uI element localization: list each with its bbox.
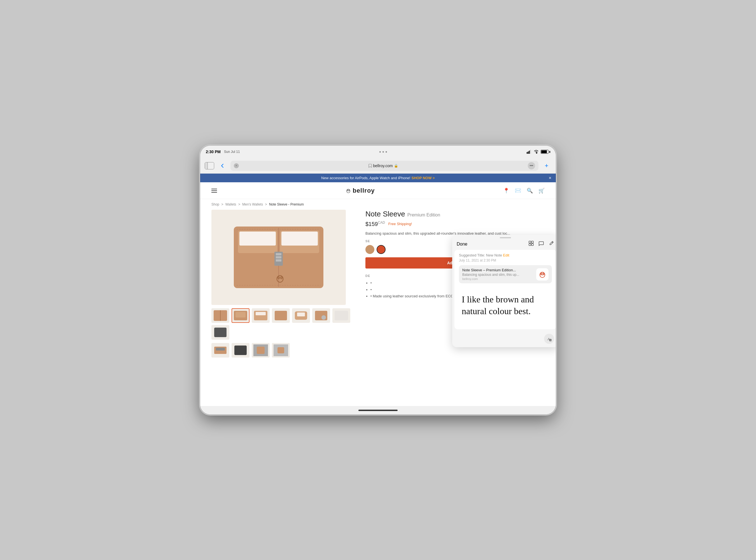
svg-point-36: [321, 315, 326, 320]
thumb-3[interactable]: [252, 308, 270, 323]
svg-rect-3: [530, 150, 531, 154]
svg-rect-32: [275, 311, 287, 320]
color-swatch-tan[interactable]: [365, 245, 374, 254]
svg-rect-18: [276, 259, 281, 261]
thumb-7[interactable]: [332, 308, 350, 323]
price-currency: CAD: [378, 221, 385, 224]
cart-icon[interactable]: 🛒: [538, 187, 544, 194]
svg-rect-31: [256, 312, 266, 315]
bellroy-preview-icon: [538, 270, 547, 279]
breadcrumb-sep-3: >: [265, 202, 268, 206]
thumb-2[interactable]: [232, 308, 250, 323]
price-row: $159CAD Free Shipping!: [365, 221, 550, 227]
status-bar: 2:30 PM Sun Jul 11: [200, 146, 556, 158]
svg-text:→: →: [550, 339, 552, 341]
breadcrumb-mens-wallets[interactable]: Men's Wallets: [242, 202, 263, 206]
note-preview-icon: [536, 268, 549, 281]
thumb-6[interactable]: [312, 308, 330, 323]
search-icon[interactable]: 🔍: [527, 187, 533, 194]
handwriting-area[interactable]: I like the brown and natural colour best…: [459, 287, 552, 326]
svg-rect-46: [529, 241, 531, 243]
url-bar[interactable]: × bellroy.com 🔒 •••: [231, 161, 538, 171]
notes-grid-icon[interactable]: [529, 241, 534, 247]
svg-rect-47: [532, 241, 533, 243]
notes-done-button[interactable]: Done: [457, 242, 467, 247]
new-tab-label: +: [545, 162, 549, 169]
notes-popup: Done: [452, 235, 556, 347]
product-title-row: Note Sleeve Premium Edition: [365, 210, 550, 218]
hamburger-menu-button[interactable]: [212, 189, 217, 193]
note-preview-title: Note Sleeve – Premium Edition...: [462, 268, 533, 272]
svg-point-54: [541, 274, 542, 274]
thumb-9[interactable]: [212, 343, 229, 358]
main-product-image: [212, 210, 346, 305]
breadcrumb-sep-1: >: [221, 202, 224, 206]
site-logo[interactable]: bellroy: [345, 187, 375, 194]
drag-bar: [500, 237, 511, 238]
notes-content-area: Suggested Title: New Note Edit July 11, …: [454, 250, 556, 329]
mail-icon[interactable]: ✉️: [515, 187, 521, 194]
color-swatch-orange[interactable]: [377, 245, 385, 254]
breadcrumb-wallets[interactable]: Wallets: [225, 202, 236, 206]
sidebar-toggle-button[interactable]: [205, 162, 214, 169]
svg-rect-29: [236, 312, 245, 318]
product-edition: Premium Edition: [407, 213, 440, 218]
svg-text:natural colour best.: natural colour best.: [462, 306, 531, 316]
location-icon[interactable]: 📍: [503, 187, 509, 194]
suggested-title-text: Suggested Title: New Note: [459, 253, 502, 257]
thumb-12[interactable]: [272, 343, 290, 358]
svg-rect-0: [527, 152, 528, 154]
url-close-button[interactable]: ×: [234, 163, 239, 168]
close-x-icon: ×: [236, 164, 237, 167]
svg-point-22: [278, 277, 279, 278]
home-bar: [358, 409, 398, 411]
free-shipping-label[interactable]: Free Shipping!: [389, 222, 412, 226]
bellroy-owl-logo-icon: [345, 187, 352, 194]
product-area: Note Sleeve Premium Edition $159CAD Free…: [200, 210, 556, 406]
promo-close-button[interactable]: ×: [549, 176, 551, 181]
notes-edit-icon[interactable]: [549, 241, 554, 247]
svg-rect-45: [277, 347, 284, 353]
wifi-icon: [534, 150, 538, 154]
svg-rect-17: [276, 256, 281, 258]
thumb-10[interactable]: [232, 343, 250, 358]
svg-rect-38: [214, 327, 226, 337]
svg-rect-43: [257, 347, 264, 354]
thumb-11[interactable]: [252, 343, 270, 358]
wallet-svg: [228, 218, 329, 297]
new-tab-button[interactable]: +: [542, 161, 551, 171]
svg-point-7: [347, 190, 348, 191]
site-header: bellroy 📍 ✉️ 🔍 🛒: [200, 182, 556, 199]
status-date: Sun Jul 11: [224, 150, 240, 154]
promo-banner: New accessories for AirPods, Apple Watch…: [200, 174, 556, 182]
status-center: [379, 151, 387, 153]
promo-cta-button[interactable]: SHOP NOW >: [411, 176, 435, 180]
hamburger-line-1: [212, 189, 217, 189]
notes-format-button[interactable]: A →: [544, 334, 554, 344]
thumb-8[interactable]: [212, 325, 229, 340]
svg-rect-49: [532, 244, 533, 245]
battery-icon: [541, 150, 550, 154]
thumb-5[interactable]: [292, 308, 310, 323]
notes-bottom-toolbar: A →: [452, 332, 556, 347]
suggested-title: Suggested Title: New Note Edit: [459, 253, 552, 257]
notes-comment-icon[interactable]: [538, 241, 544, 247]
back-button[interactable]: [218, 161, 227, 171]
thumb-4[interactable]: [272, 308, 290, 323]
breadcrumb-shop[interactable]: Shop: [212, 202, 219, 206]
svg-rect-40: [216, 348, 225, 351]
thumb-1[interactable]: [212, 308, 229, 323]
notes-edit-link[interactable]: Edit: [503, 253, 509, 257]
hamburger-line-3: [212, 192, 217, 193]
status-time: 2:30 PM: [206, 149, 221, 154]
main-content: Shop > Wallets > Men's Wallets > Note Sl…: [200, 199, 556, 406]
svg-rect-1: [528, 152, 529, 154]
bellroy-wordmark[interactable]: bellroy: [353, 187, 375, 194]
note-preview-card[interactable]: Note Sleeve – Premium Edition... Balanci…: [459, 265, 552, 283]
promo-text: New accessories for AirPods, Apple Watch…: [321, 176, 410, 180]
url-more-button[interactable]: •••: [528, 162, 535, 169]
price-amount: $159: [365, 221, 378, 227]
note-preview-text: Note Sleeve – Premium Edition... Balanci…: [462, 268, 533, 281]
svg-rect-41: [234, 345, 247, 355]
thumbnails-row-2: [212, 343, 357, 358]
